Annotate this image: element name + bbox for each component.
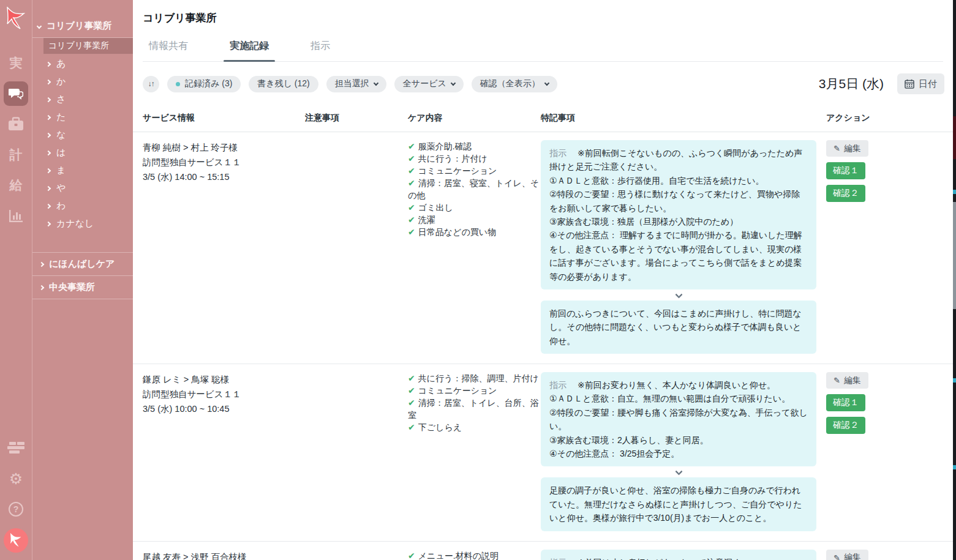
confirm1-button[interactable]: 確認１ [826,162,865,179]
result-text: 前回のふらつきについて、今回はこまめに声掛けし、特に問題なし。その他特に問題なく… [549,308,802,346]
date-picker-button[interactable]: 日付 [897,73,944,94]
screen-edge-artifact [953,0,956,560]
check-icon: ✔ [408,386,415,395]
briefcase-icon [8,117,24,132]
recorded-filter-button[interactable]: 記録済み (3) [167,76,241,92]
nav-chart-item[interactable] [0,201,32,231]
tree-item[interactable]: は [32,144,133,162]
check-icon: ✔ [408,141,415,151]
tree-item-label: は [56,147,66,159]
tab-implementation-record[interactable]: 実施記録 [224,40,275,61]
nav-jitsu-item[interactable]: 実 [0,48,32,78]
check-icon: ✔ [408,178,415,188]
care-item-label: 共に行う：掃除、調理、片付け [418,373,539,383]
sort-button[interactable]: ↓↑ [143,76,159,92]
chevron-right-icon [39,285,44,289]
care-item: ✔共に行う：掃除、調理、片付け [408,372,541,384]
special-notes-cell: 指示※前回は少し息切れがあったので注意深く。 ①ＡＤＬと意欲：透析で疲れる。目が… [541,550,826,560]
check-icon: ✔ [408,227,415,237]
confirm2-button[interactable]: 確認２ [826,185,865,202]
tab-info-share[interactable]: 情報共有 [143,40,194,61]
tree-item-list: あ か さ た な [32,55,133,252]
tree-item[interactable]: カナなし [32,215,133,233]
care-item-label: 洗濯 [418,215,435,225]
instruction-note: 指示※前回転倒こそないものの、ふらつく瞬間があったため声掛けと足元ご注意ください… [541,140,816,289]
care-item-label: 清掃：居室、トイレ、台所、浴室 [408,398,539,420]
tree-item[interactable]: ま [32,162,133,179]
service-datetime: 3/5 (水) 10:00 ~ 10:45 [143,401,305,416]
chevron-right-icon [46,185,51,190]
tree-item[interactable]: あ [32,55,133,73]
tree-item[interactable]: な [32,126,133,144]
chevron-right-icon [46,114,51,119]
confirm2-button[interactable]: 確認２ [826,417,865,434]
nav-help-item[interactable]: ? [0,494,32,525]
edit-label: 編集 [844,552,861,560]
col-special-notes: 特記事項 [541,113,826,124]
chat-bubbles-icon [4,81,28,106]
record-row: 青柳 純樹 > 村上 玲子様 訪問型独自サービス１１ 3/5 (水) 14:00… [133,132,953,364]
chevron-right-icon [46,221,51,226]
tree-item[interactable]: さ [32,91,133,108]
filter-toolbar: ↓↑ 記録済み (3) 書き残し (12) 担当選択 全サービス 確認（全表示） [133,62,953,103]
tree-group-label: にほんばしケア [49,258,115,270]
confirm-filter-dropdown[interactable]: 確認（全表示） [472,76,557,92]
client-name: 青柳 純樹 > 村上 玲子様 [143,140,305,155]
care-content-cell: ✔共に行う：掃除、調理、片付け ✔コミュニケーション ✔清掃：居室、トイレ、台所… [408,372,541,531]
service-name: 訪問型独自サービス１１ [143,387,305,401]
nav-briefcase-item[interactable] [0,109,32,140]
tree-item[interactable]: や [32,179,133,197]
page-title: コリブリ事業所 [143,11,943,25]
result-note: 前回のふらつきについて、今回はこまめに声掛けし、特に問題なし。その他特に問題なく… [541,301,816,354]
staff-select-label: 担当選択 [335,78,369,89]
recorded-filter-label: 記録済み (3) [185,78,232,89]
check-icon: ✔ [408,551,415,560]
tree-item-label: ま [56,165,66,176]
instruction-text: ※前回転倒こそないものの、ふらつく瞬間があったため声掛けと足元ご注意ください。 … [549,148,802,282]
nav-list-item[interactable] [0,433,32,463]
staff-select-dropdown[interactable]: 担当選択 [326,76,386,92]
service-datetime: 3/5 (水) 14:00 ~ 15:15 [143,170,305,184]
care-item-label: コミュニケーション [418,166,497,176]
tree-group-colibri[interactable]: コリブリ事業所 [32,16,133,38]
tree-item-label: な [56,129,66,141]
service-filter-dropdown[interactable]: 全サービス [394,76,464,92]
tree-group-chuo[interactable]: 中央事業所 [32,275,133,299]
care-item-label: コミュニケーション [418,386,497,395]
tree-item[interactable]: わ [32,197,133,215]
actions-cell: ✎編集 確認１ 確認２ [826,550,943,560]
edit-button[interactable]: ✎編集 [826,140,868,157]
pencil-icon: ✎ [834,144,840,153]
instruction-text: ※前回は少し息切れがあったので注意深く。 ①ＡＤＬと意欲：透析で疲れる。目が見え… [549,558,800,560]
current-date-label: 3月5日 (水) [819,75,884,92]
chevron-right-icon [46,79,51,84]
nav-kyu-item[interactable]: 給 [0,170,32,201]
check-icon: ✔ [408,166,415,176]
care-item: ✔共に行う：片付け [408,152,541,165]
care-item: ✔清掃：居室、トイレ、台所、浴室 [408,397,541,421]
jitsu-label: 実 [10,54,23,72]
confirm1-button[interactable]: 確認１ [826,394,865,411]
nav-kei-item[interactable]: 計 [0,140,32,170]
unwritten-filter-button[interactable]: 書き残し (12) [249,76,318,92]
tree-group-nihonbashi[interactable]: にほんばしケア [32,252,133,275]
hummingbird-fab-button[interactable] [4,528,28,553]
tree-item[interactable]: た [32,108,133,126]
edit-label: 編集 [844,143,861,154]
instruction-label: 指示 [549,380,566,390]
teal-dot-icon [176,82,180,86]
icon-rail: 実 計 給 ⚙ ? [0,0,32,560]
expand-chevron-icon[interactable] [541,466,816,477]
expand-chevron-icon[interactable] [541,289,816,301]
edit-button[interactable]: ✎編集 [826,372,868,389]
edit-button[interactable]: ✎編集 [826,550,868,560]
tab-instruction[interactable]: 指示 [304,40,336,61]
nav-chat-item[interactable] [0,78,32,109]
tree-item-label: さ [56,94,66,105]
care-item-label: ゴミ出し [418,203,453,212]
care-item: ✔服薬介助.確認 [408,140,541,152]
screen-edge-artifact [953,116,956,159]
nav-settings-item[interactable]: ⚙ [0,463,32,494]
tree-item[interactable]: か [32,73,133,91]
tree-item-selected[interactable]: コリブリ事業所 [43,38,133,54]
